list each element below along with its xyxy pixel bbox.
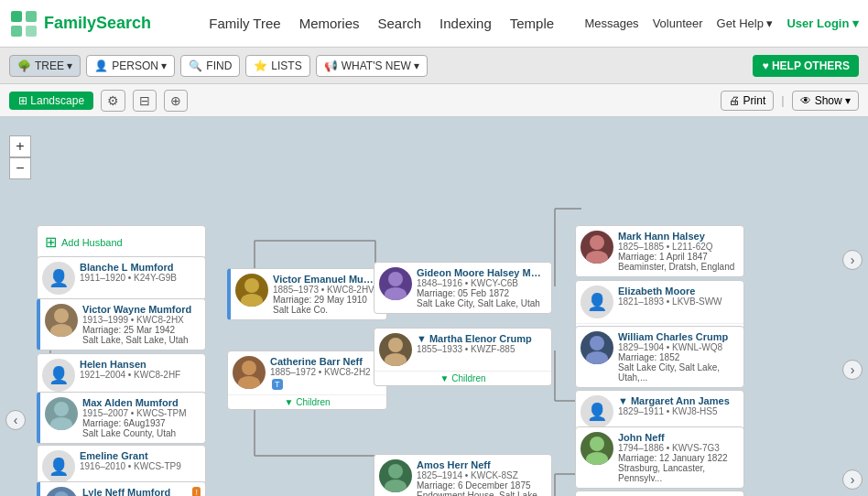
show-button[interactable]: 👁 Show ▾ — [792, 91, 859, 111]
elizabeth-inner: 👤 Elizabeth Moore 1821–1893 • LKVB-SWW — [576, 281, 743, 323]
person-button[interactable]: 👤 PERSON ▾ — [86, 55, 175, 77]
blanche-inner: 👤 Blanche L Mumford 1911–1920 • K24Y-G9B — [38, 257, 205, 299]
help-others-button[interactable]: ♥ HELP OTHERS — [753, 55, 859, 77]
margaret-info: ▼ Margaret Ann James 1829–1911 • KWJ8-HS… — [618, 395, 739, 428]
nav-memories[interactable]: Memories — [299, 11, 360, 36]
elizabeth-dates: 1821–1893 • LKVB-SWW — [618, 297, 739, 307]
lyle-name: Lyle Neff Mumford — [82, 487, 186, 496]
logo[interactable]: FamilySearch — [9, 9, 151, 38]
victor-emanuel-info: Victor Emanuel Mumford 1885–1973 • KWC8-… — [273, 274, 382, 315]
tree-settings-button[interactable]: ⚙ — [101, 90, 125, 112]
svg-rect-0 — [11, 11, 22, 22]
victor-emanuel-avatar — [235, 274, 268, 307]
volunteer-link[interactable]: Volunteer — [653, 16, 703, 30]
whats-new-label: WHAT'S NEW ▾ — [342, 59, 419, 72]
john-neff-card[interactable]: John Neff 1794–1886 • KWVS-7G3 Marriage:… — [575, 426, 744, 489]
svg-point-56 — [590, 437, 604, 451]
header-right: Messages Volunteer Get Help ▾ User Login… — [584, 16, 859, 30]
print-button[interactable]: 🖨 Print — [721, 91, 775, 111]
right-arrow-mid[interactable]: › — [842, 360, 863, 380]
mark-avatar — [580, 231, 613, 264]
catherine-children-toggle[interactable]: ▼Children — [228, 394, 386, 409]
lyle-card[interactable]: Lyle Neff Mumford 1917–1961 • KWJ8-Z2S M… — [37, 481, 206, 496]
blanche-card[interactable]: 👤 Blanche L Mumford 1911–1920 • K24Y-G9B — [37, 256, 206, 300]
svg-point-32 — [54, 308, 69, 323]
svg-point-40 — [244, 278, 259, 293]
star-icon: ⭐ — [254, 59, 267, 72]
john-neff-marriage: Marriage: 12 January 1822 — [618, 453, 739, 463]
messages-link[interactable]: Messages — [584, 16, 638, 30]
landscape-label: Landscape — [30, 94, 84, 107]
victor-emanuel-name: Victor Emanuel Mumford — [273, 274, 382, 285]
tree-layout-button[interactable]: ⊟ — [133, 90, 157, 112]
victor-wayne-name: Victor Wayne Mumford — [82, 304, 201, 315]
nav-temple[interactable]: Temple — [510, 11, 554, 36]
victor-emanuel-card[interactable]: Victor Emanuel Mumford 1885–1973 • KWC8-… — [227, 268, 387, 320]
mary-barr-card[interactable]: 👤 Mary Barr 1801–1875 • KWVS-7G9 ▼Childr… — [575, 491, 744, 496]
mark-place: Beaminster, Dratsh, England — [618, 262, 739, 272]
gideon-children-toggle[interactable]: ▼Children — [374, 371, 551, 385]
zoom-controls: + − — [9, 135, 31, 179]
gideon-dates: 1848–1916 • KWCY-C6B — [417, 278, 547, 288]
tree-filter-button[interactable]: ⊕ — [164, 90, 188, 112]
helen-dates: 1921–2004 • KWC8-2HF — [80, 370, 201, 380]
user-login-btn[interactable]: User Login ▾ — [787, 16, 859, 30]
svg-point-48 — [388, 464, 403, 479]
svg-point-35 — [50, 417, 72, 430]
elizabeth-info: Elizabeth Moore 1821–1893 • LKVB-SWW — [618, 286, 739, 318]
nav-indexing[interactable]: Indexing — [439, 11, 492, 36]
william-crump-card[interactable]: William Charles Crump 1829–1904 • KWNL-W… — [575, 326, 744, 388]
divider: | — [781, 93, 784, 107]
victor-wayne-card[interactable]: Victor Wayne Mumford 1913–1999 • KWC8-2H… — [37, 298, 206, 350]
add-husband-card[interactable]: ⊞ Add Husband — [37, 225, 206, 259]
william-crump-dates: 1829–1904 • KWNL-WQ8 — [618, 342, 739, 352]
find-button[interactable]: 🔍 FIND — [180, 55, 240, 77]
mark-card[interactable]: Mark Hann Halsey 1825–1885 • L211-62Q Ma… — [575, 225, 744, 277]
nav-search[interactable]: Search — [378, 11, 422, 36]
victor-wayne-marriage: Marriage: 25 Mar 1942 — [82, 325, 201, 335]
svg-rect-2 — [11, 26, 22, 37]
max-info: Max Alden Mumford 1915–2007 • KWCS-TPM M… — [82, 397, 201, 438]
catherine-card[interactable]: Catherine Barr Neff 1885–1972 • KWC8-2H2… — [227, 350, 387, 410]
gideon-card[interactable]: Gideon Moore Halsey Mumford 1848–1916 • … — [374, 262, 552, 314]
main-nav: Family Tree Memories Search Indexing Tem… — [179, 11, 584, 36]
tree-area[interactable]: + − — [0, 117, 868, 496]
amos-card[interactable]: Amos Herr Neff 1825–1914 • KWCK-8SZ Marr… — [374, 454, 552, 496]
emeline-dates: 1916–2010 • KWCS-TP9 — [80, 461, 201, 471]
helen-inner: 👤 Helen Hansen 1921–2004 • KWC8-2HF — [38, 354, 205, 396]
svg-rect-1 — [26, 11, 37, 22]
zoom-out-button[interactable]: − — [9, 157, 31, 179]
martha-info: ▼ Martha Elenor Crump 1855–1933 • KWZF-8… — [417, 333, 547, 366]
helen-card[interactable]: 👤 Helen Hansen 1921–2004 • KWC8-2HF — [37, 353, 206, 397]
landscape-icon: ⊞ — [18, 94, 27, 107]
elizabeth-name: Elizabeth Moore — [618, 286, 739, 297]
tree-button[interactable]: 🌳 TREE ▾ — [9, 55, 81, 77]
right-arrow-lower[interactable]: › — [842, 469, 863, 490]
landscape-button[interactable]: ⊞ Landscape — [9, 92, 93, 110]
max-card[interactable]: Max Alden Mumford 1915–2007 • KWCS-TPM M… — [37, 392, 206, 444]
john-neff-place: Strasburg, Lancaster, Pennsylv... — [618, 463, 739, 483]
mark-inner: Mark Hann Halsey 1825–1885 • L211-62Q Ma… — [576, 226, 743, 276]
lists-button[interactable]: ⭐ LISTS — [245, 55, 309, 77]
nav-family-tree[interactable]: Family Tree — [209, 11, 280, 36]
victor-wayne-dates: 1913–1999 • KWC8-2HX — [82, 315, 201, 325]
martha-dates: 1855–1933 • KWZF-885 — [417, 344, 547, 354]
blanche-avatar: 👤 — [42, 262, 75, 295]
max-name: Max Alden Mumford — [82, 397, 201, 408]
left-arrow[interactable]: ‹ — [5, 410, 26, 430]
find-label: FIND — [206, 59, 232, 72]
right-arrow-top[interactable]: › — [842, 250, 863, 270]
svg-point-46 — [388, 338, 403, 352]
get-help-link[interactable]: Get Help ▾ — [717, 16, 774, 30]
martha-inner: ▼ Martha Elenor Crump 1855–1933 • KWZF-8… — [374, 329, 551, 371]
william-crump-name: William Charles Crump — [618, 331, 739, 342]
max-marriage: Marriage: 6Aug1937 — [82, 418, 201, 428]
zoom-in-button[interactable]: + — [9, 135, 31, 157]
gideon-inner: Gideon Moore Halsey Mumford 1848–1916 • … — [374, 263, 551, 313]
svg-point-44 — [388, 272, 403, 286]
martha-card[interactable]: ▼ Martha Elenor Crump 1855–1933 • KWZF-8… — [374, 328, 552, 386]
lists-label: LISTS — [271, 59, 301, 72]
add-husband-label: Add Husband — [61, 237, 123, 248]
amos-dates: 1825–1914 • KWCK-8SZ — [417, 470, 547, 480]
whats-new-button[interactable]: 📢 WHAT'S NEW ▾ — [316, 55, 428, 77]
